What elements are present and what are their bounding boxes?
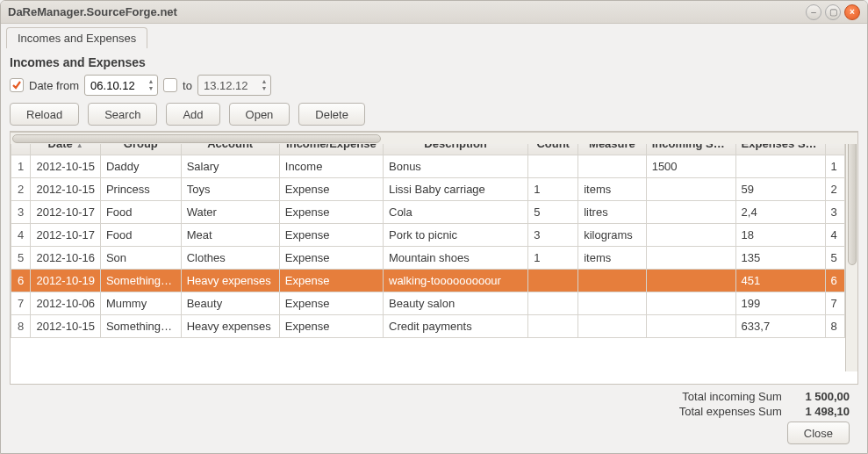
- cell-type: Expense: [279, 292, 383, 315]
- cell-account: Beauty: [181, 292, 279, 315]
- cell-incoming: [646, 201, 735, 224]
- maximize-button[interactable]: ▢: [825, 4, 841, 20]
- scrollbar-thumb[interactable]: [12, 134, 381, 143]
- cell-count: [528, 292, 578, 315]
- cell-measure: [578, 315, 646, 338]
- filter-bar: Date from ▲ ▼ to ▲ ▼: [10, 75, 858, 96]
- cell-id: 3: [825, 201, 845, 224]
- cell-expenses: 135: [735, 247, 825, 270]
- cell-measure: litres: [578, 201, 646, 224]
- cell-id: 4: [825, 224, 845, 247]
- cell-incoming: [646, 178, 735, 201]
- cell-count: 1: [528, 247, 578, 270]
- scrollbar-vertical[interactable]: [845, 132, 857, 371]
- window-title: DaReManager.SourceForge.net: [8, 5, 802, 18]
- table-row[interactable]: 82012-10-15Something…Heavy expensesExpen…: [11, 315, 845, 338]
- date-to-spinner: ▲ ▼: [260, 78, 269, 92]
- cell-group: Something…: [100, 315, 181, 338]
- add-button[interactable]: Add: [166, 103, 219, 126]
- scrollbar-thumb[interactable]: [848, 133, 857, 265]
- cell-account: Heavy expenses: [181, 315, 279, 338]
- cell-expenses: 18: [735, 224, 825, 247]
- scrollbar-horizontal[interactable]: [11, 132, 857, 144]
- cell-desc: walking-tooooooooour: [384, 270, 528, 292]
- page-title: Incomes and Expenses: [10, 55, 858, 69]
- date-from-checkbox[interactable]: [10, 78, 24, 92]
- cell-rownum: 6: [11, 270, 31, 292]
- spinner-down-icon[interactable]: ▼: [147, 85, 155, 92]
- total-expenses-label: Total expenses Sum: [679, 405, 782, 418]
- cell-type: Expense: [279, 247, 383, 270]
- minimize-button[interactable]: –: [806, 4, 821, 20]
- cell-id: 5: [825, 247, 845, 270]
- table-row[interactable]: 42012-10-17FoodMeatExpensePork to picnic…: [11, 224, 845, 247]
- cell-date: 2012-10-06: [31, 292, 101, 315]
- date-to-checkbox[interactable]: [163, 78, 177, 92]
- table-row[interactable]: 72012-10-06MummyBeautyExpenseBeauty salo…: [11, 292, 845, 315]
- titlebar: DaReManager.SourceForge.net – ▢ ×: [1, 1, 867, 24]
- cell-rownum: 2: [11, 178, 31, 201]
- cell-expenses: [735, 155, 825, 178]
- cell-measure: [578, 155, 646, 178]
- cell-date: 2012-10-17: [31, 201, 101, 224]
- table-row[interactable]: 52012-10-16SonClothesExpenseMountain sho…: [11, 247, 845, 270]
- cell-date: 2012-10-15: [31, 315, 101, 338]
- cell-expenses: 59: [735, 178, 825, 201]
- close-button[interactable]: Close: [787, 422, 850, 444]
- cell-rownum: 4: [11, 224, 31, 247]
- cell-incoming: [646, 292, 735, 315]
- total-incoming-label: Total incoming Sum: [682, 390, 781, 403]
- cell-desc: Lissi Baby carriage: [384, 178, 528, 201]
- date-from-input[interactable]: ▲ ▼: [84, 75, 158, 96]
- cell-expenses: 451: [735, 270, 825, 292]
- cell-rownum: 7: [11, 292, 31, 315]
- cell-desc: Mountain shoes: [384, 247, 528, 270]
- table-row[interactable]: 12012-10-15DaddySalaryIncomeBonus15001: [11, 155, 845, 178]
- cell-group: Daddy: [100, 155, 181, 178]
- table-row[interactable]: 22012-10-15PrincessToysExpenseLissi Baby…: [11, 178, 845, 201]
- footer-bar: Close: [10, 418, 858, 450]
- spinner-up-icon[interactable]: ▲: [147, 78, 155, 85]
- cell-type: Expense: [279, 315, 383, 338]
- cell-count: [528, 270, 578, 292]
- cell-measure: [578, 292, 646, 315]
- cell-incoming: 1500: [646, 155, 735, 178]
- cell-account: Salary: [181, 155, 279, 178]
- cell-rownum: 5: [11, 247, 31, 270]
- cell-incoming: [646, 270, 735, 292]
- cell-measure: items: [578, 178, 646, 201]
- cell-expenses: 199: [735, 292, 825, 315]
- cell-id: 1: [825, 155, 845, 178]
- cell-measure: kilograms: [578, 224, 646, 247]
- cell-incoming: [646, 224, 735, 247]
- cell-group: Princess: [100, 178, 181, 201]
- date-to-field: [204, 79, 256, 92]
- content-area: Incomes and Expenses Date from ▲ ▼ to ▲: [1, 48, 867, 453]
- close-window-button[interactable]: ×: [844, 4, 860, 20]
- cell-date: 2012-10-15: [31, 178, 101, 201]
- cell-count: [528, 155, 578, 178]
- cell-id: 7: [825, 292, 845, 315]
- delete-button[interactable]: Delete: [298, 103, 365, 126]
- cell-date: 2012-10-16: [31, 247, 101, 270]
- table-row[interactable]: 62012-10-19Something…Heavy expensesExpen…: [11, 270, 845, 292]
- reload-button[interactable]: Reload: [10, 103, 79, 126]
- open-button[interactable]: Open: [229, 103, 291, 126]
- total-expenses-value: 1 498,10: [788, 405, 850, 418]
- cell-expenses: 2,4: [735, 201, 825, 224]
- totals-area: Total incoming Sum 1 500,00 Total expens…: [10, 385, 858, 418]
- cell-rownum: 3: [11, 201, 31, 224]
- cell-incoming: [646, 315, 735, 338]
- table-row[interactable]: 32012-10-17FoodWaterExpenseCola5litres2,…: [11, 201, 845, 224]
- cell-expenses: 633,7: [735, 315, 825, 338]
- app-window: DaReManager.SourceForge.net – ▢ × Income…: [0, 0, 868, 454]
- search-button[interactable]: Search: [88, 103, 157, 126]
- cell-type: Income: [279, 155, 383, 178]
- date-from-field[interactable]: [90, 79, 143, 92]
- tab-incomes-expenses[interactable]: Incomes and Expenses: [6, 27, 147, 48]
- spinner-up-icon: ▲: [260, 78, 269, 85]
- date-from-spinner[interactable]: ▲ ▼: [147, 78, 155, 92]
- cell-account: Clothes: [181, 247, 279, 270]
- date-to-label: to: [183, 79, 192, 92]
- cell-type: Expense: [279, 224, 383, 247]
